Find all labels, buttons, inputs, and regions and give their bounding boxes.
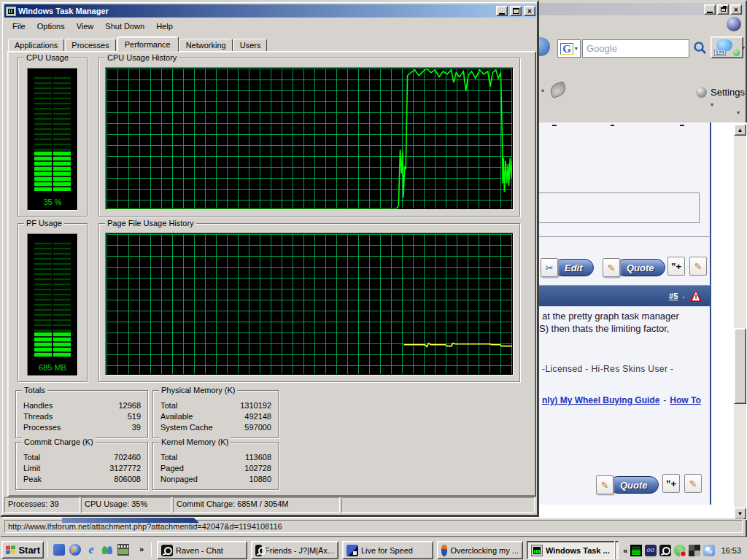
taskbar-button-friends[interactable]: Friends - J?|M|Äx... [251, 541, 338, 559]
quick-launch-overflow-chevron[interactable]: » [139, 545, 144, 553]
quick-edit-button-post5[interactable]: ✎ [684, 474, 702, 493]
skype-toolbar-button[interactable]: 123 [711, 36, 743, 58]
scroll-down-button[interactable]: ▼ [734, 508, 746, 519]
search-icon[interactable] [693, 41, 707, 55]
taskbar: Start e » Raven - Chat Friends - J?|M|Äx… [0, 537, 747, 560]
task-manager-window: Windows Task Manager × File Options View… [0, 0, 539, 517]
scrollbar-thumb[interactable] [734, 328, 746, 404]
tab-applications[interactable]: Applications [8, 39, 64, 52]
page-file-usage-history-chart [105, 233, 514, 376]
start-button[interactable]: Start [1, 541, 44, 559]
minimize-button[interactable] [496, 6, 508, 16]
stat-row: Nonpaged10880 [160, 474, 271, 485]
task-manager-icon [6, 7, 16, 16]
quote-button[interactable]: ✎ Quote [603, 258, 665, 277]
vertical-scrollbar[interactable]: ▲ ▼ [734, 124, 746, 520]
toolbar-overflow-chevron-icon[interactable]: ▾ [742, 45, 745, 51]
tray-cpu-meter-icon[interactable] [630, 545, 642, 556]
stat-row: Available492148 [160, 411, 271, 422]
google-search-input[interactable]: Google [582, 39, 689, 58]
multiquote-button[interactable]: ”+ [667, 257, 685, 276]
tray-msn-icon[interactable] [703, 545, 715, 556]
quote-button-post5[interactable]: ✎ Quote [596, 475, 659, 494]
live-for-speed-icon [347, 545, 358, 556]
quick-launch-movie-maker-icon[interactable] [117, 543, 130, 556]
header-dash: - [682, 292, 685, 300]
menu-shutdown[interactable]: Shut Down [99, 20, 150, 32]
post-text-line-1: at the pretty graph task manager [542, 311, 679, 322]
steam-icon [161, 545, 173, 556]
phone-icon [733, 50, 740, 56]
chevron-down-icon[interactable]: ▾ [737, 110, 740, 116]
skype-123-badge: 123 [714, 50, 726, 56]
edit-button-label: Edit [554, 259, 594, 276]
windows-logo-icon [5, 545, 16, 556]
edit-scissors-icon: ✂ [541, 258, 558, 277]
menu-options[interactable]: Options [31, 20, 71, 32]
tab-networking[interactable]: Networking [179, 39, 233, 52]
tray-messenger-status-icon[interactable] [674, 545, 686, 556]
stat-row: Limit3127772 [23, 463, 141, 474]
totals-group: Totals Handles12968 Threads519 Processes… [15, 390, 148, 438]
search-placeholder: Google [587, 43, 617, 54]
tray-checkered-icon[interactable] [689, 545, 700, 556]
kernel-memory-group: Kernel Memory (K) Total113608 Paged10272… [152, 442, 279, 490]
stat-row: Paged102728 [160, 463, 271, 474]
cpu-usage-group-label: CPU Usage [24, 53, 71, 62]
chevron-down-icon: ▾ [575, 46, 578, 52]
settings-menu[interactable]: Settings ▾ [711, 87, 746, 109]
tray-steam-icon[interactable] [659, 545, 671, 556]
cpu-usage-value: 35 % [28, 198, 77, 206]
browser-restore-button[interactable] [717, 4, 729, 15]
browser-close-button[interactable]: × [730, 4, 742, 15]
google-logo-button[interactable]: G ▾ [557, 39, 581, 58]
taskbar-button-overclocking[interactable]: Overclocking my ... [437, 541, 523, 559]
quick-edit-button[interactable]: ✎ [689, 257, 707, 276]
menu-file[interactable]: File [7, 20, 31, 32]
window-title: Windows Task Manager [18, 7, 494, 15]
tab-performance[interactable]: Performance [117, 36, 179, 52]
edit-button[interactable]: ✂ Edit [541, 258, 594, 277]
cpu-history-group: CPU Usage History [98, 58, 520, 217]
browser-throbber-globe-icon [727, 17, 741, 31]
report-post-warning-icon[interactable]: ! [689, 290, 703, 302]
quote-button-label: Quote [609, 476, 659, 494]
menu-view[interactable]: View [71, 20, 100, 32]
menu-help[interactable]: Help [150, 20, 179, 32]
cutoff-text-fragment [611, 125, 614, 126]
quick-launch-internet-explorer-icon[interactable]: e [85, 543, 98, 556]
task-manager-status-bar: Processes: 39 CPU Usage: 35% Commit Char… [4, 497, 535, 513]
close-button[interactable]: × [524, 6, 535, 16]
tray-headset-icon[interactable] [645, 545, 657, 556]
taskbar-button-windows-task-manager[interactable]: Windows Task ... [527, 541, 619, 559]
taskbar-button-live-for-speed[interactable]: Live for Speed [342, 541, 433, 559]
stat-row: Threads519 [23, 411, 141, 422]
pf-usage-group-label: PF Usage [24, 219, 64, 228]
task-manager-icon [531, 545, 543, 556]
pf-usage-gauge: 685 MB [27, 233, 78, 376]
chevron-down-icon[interactable]: ▾ [541, 88, 544, 94]
stat-row: Processes39 [23, 422, 141, 433]
quick-launch-media-player-icon[interactable] [69, 543, 82, 556]
post-number-link[interactable]: #5 [669, 292, 678, 300]
taskbar-button-raven-chat[interactable]: Raven - Chat [157, 541, 247, 559]
tab-users[interactable]: Users [233, 39, 268, 52]
browser-minimize-button[interactable] [704, 4, 716, 15]
tray-collapse-chevron[interactable]: « [623, 546, 627, 555]
tab-processes[interactable]: Processes [65, 39, 115, 52]
cpu-usage-gauge: 35 % [27, 68, 78, 211]
system-tray: « 16:53 [615, 541, 747, 559]
background-window-fragment [62, 518, 199, 523]
wheel-buying-guide-link[interactable]: nly) My Wheel Buying Guide [542, 395, 659, 405]
maximize-button[interactable] [510, 6, 522, 16]
brush-icon[interactable] [549, 81, 568, 98]
taskbar-separator [47, 542, 48, 557]
quick-launch-messenger-icon[interactable] [101, 543, 114, 556]
how-to-link[interactable]: How To [670, 395, 700, 405]
scroll-up-button[interactable]: ▲ [734, 124, 746, 136]
multiquote-button-post5[interactable]: ”+ [662, 474, 680, 493]
pf-usage-group: PF Usage 685 MB [18, 223, 88, 382]
task-manager-title-bar[interactable]: Windows Task Manager × [4, 4, 537, 18]
quick-launch-app-icon[interactable] [53, 543, 66, 556]
settings-orb-icon [696, 87, 707, 98]
